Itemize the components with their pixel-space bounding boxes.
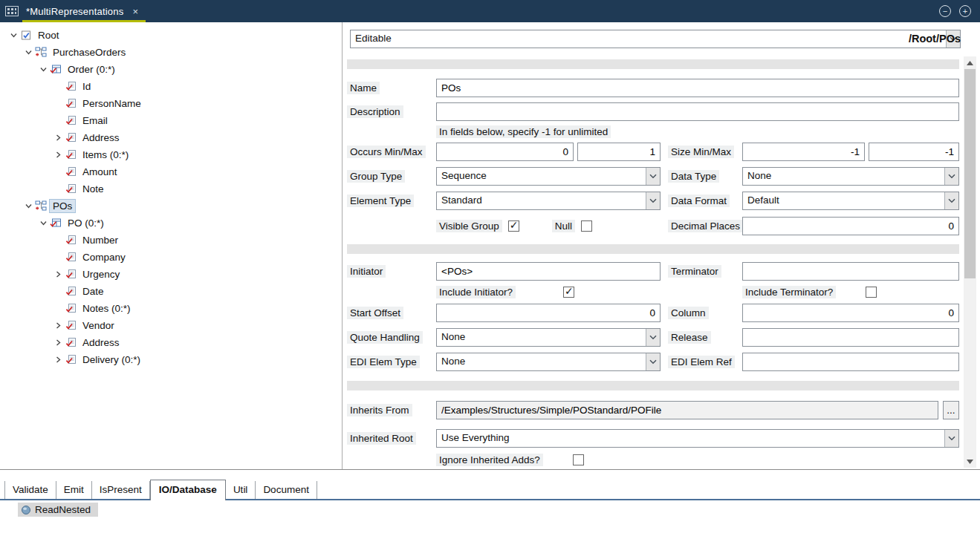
expanded-arrow-icon[interactable] [37,218,49,229]
quote-handling-select[interactable]: None [436,328,661,347]
tree-item-address[interactable]: Address [0,334,342,351]
tree-indent [52,81,64,93]
null-checkbox[interactable] [581,220,592,232]
titlebar: *MultiRepresentations × − + [0,0,980,22]
tab-validate[interactable]: Validate [4,481,56,499]
collapsed-arrow-icon[interactable] [52,269,64,281]
group-type-select[interactable]: Sequence [436,167,661,186]
field-icon [64,303,77,315]
occurs-max-input[interactable] [577,143,661,161]
tree-item-items-0[interactable]: Items (0:*) [0,146,342,163]
ignore-inherited-checkbox[interactable] [573,454,584,465]
element-type-select[interactable]: Standard [436,192,661,210]
tree-item-id[interactable]: Id [0,78,342,95]
tab-document[interactable]: Document [256,481,317,499]
include-terminator-checkbox[interactable] [866,287,877,298]
ignore-inherited-label: Ignore Inherited Adds? [436,454,543,466]
tree-item-date[interactable]: Date [0,283,342,300]
form-header: Editable /Root/POs [350,30,961,52]
field-icon [64,252,77,264]
field-icon [64,354,77,366]
release-input[interactable] [742,328,959,347]
tree-item-notes-0[interactable]: Notes (0:*) [0,300,342,317]
tree-item-delivery-0[interactable]: Delivery (0:*) [0,351,342,368]
field-icon [64,235,77,246]
collapsed-arrow-icon[interactable] [52,132,64,144]
initiator-input[interactable] [436,262,661,281]
tree-item-address[interactable]: Address [0,129,342,146]
tab-io-database[interactable]: IO/Database [150,480,226,500]
tree-item-amount[interactable]: Amount [0,163,342,180]
quote-handling-row: Quote Handling None Release [347,328,959,347]
tree-item-note[interactable]: Note [0,180,342,197]
tab-ispresent[interactable]: IsPresent [92,481,150,499]
tree-item-order-0[interactable]: Order (0:*) [0,61,342,78]
field-icon [64,115,77,127]
visible-group-checkbox[interactable] [508,220,519,232]
tree-item-company[interactable]: Company [0,249,342,266]
scroll-up-button[interactable] [964,56,976,69]
inherits-from-input[interactable] [436,401,938,419]
decimal-places-input[interactable] [742,217,959,235]
expanded-arrow-icon[interactable] [37,64,49,76]
tree-item-personname[interactable]: PersonName [0,95,342,112]
name-input[interactable] [436,79,959,97]
tab-util[interactable]: Util [226,481,256,499]
method-readnested[interactable]: ReadNested [18,503,98,517]
column-input[interactable] [742,304,959,322]
scrollbar-thumb[interactable] [964,69,976,278]
browse-button[interactable]: ... [943,401,959,419]
terminator-input[interactable] [742,262,959,281]
scroll-down-button[interactable] [964,455,976,468]
tree-item-root[interactable]: Root [0,27,342,44]
tab-emit[interactable]: Emit [56,481,92,499]
scrollbar-track[interactable] [964,69,976,455]
inherited-root-label: Inherited Root [347,432,416,445]
section-separator [347,59,959,69]
tree-item-po-0[interactable]: PO (0:*) [0,215,342,232]
expanded-arrow-icon[interactable] [7,30,19,42]
edi-elem-type-select[interactable]: None [436,353,661,371]
bottom-tabstrip: ValidateEmitIsPresentIO/DatabaseUtilDocu… [0,471,980,499]
tree-item-label: PO (0:*) [65,217,107,229]
description-input[interactable] [436,102,959,121]
tree-item-number[interactable]: Number [0,232,342,249]
data-format-select[interactable]: Default [742,192,959,210]
size-max-input[interactable] [869,143,959,161]
tree-item-vendor[interactable]: Vendor [0,317,342,334]
field-icon [64,166,77,178]
chevron-down-icon [944,192,958,209]
tree-item-purchaseorders[interactable]: PurchaseOrders [0,44,342,61]
collapsed-arrow-icon[interactable] [52,320,64,332]
include-initiator-checkbox[interactable] [563,287,574,298]
structure-icon [34,200,48,212]
edi-elem-ref-input[interactable] [742,353,959,371]
tree-item-urgency[interactable]: Urgency [0,266,342,283]
tabstrip-border [0,499,980,500]
tree-indent [52,166,64,178]
expanded-arrow-icon[interactable] [22,47,34,59]
tree-item-email[interactable]: Email [0,112,342,129]
tree-item-pos[interactable]: POs [0,197,342,215]
start-offset-input[interactable] [436,304,661,322]
tab-close-icon[interactable]: × [132,6,138,17]
maximize-button[interactable]: + [959,5,971,17]
size-min-input[interactable] [742,143,865,161]
collapsed-arrow-icon[interactable] [52,149,64,161]
unlimited-note: In fields below, specify -1 for unlimite… [436,125,611,138]
collapsed-arrow-icon[interactable] [52,354,64,366]
inherited-root-select[interactable]: Use Everything [436,429,959,448]
expanded-arrow-icon[interactable] [22,200,34,212]
inherits-from-label: Inherits From [347,404,412,416]
method-label: ReadNested [35,504,91,515]
occurs-min-input[interactable] [436,143,574,161]
data-type-select[interactable]: None [742,167,959,186]
collapsed-arrow-icon[interactable] [52,337,64,349]
document-tab[interactable]: *MultiRepresentations × [22,0,146,22]
form-scrollbar[interactable] [964,56,976,468]
minimize-button[interactable]: − [939,5,951,17]
properties-panel: Editable /Root/POs Name Description [343,22,980,469]
tree-item-label: Delivery (0:*) [79,353,143,366]
edit-mode-select[interactable]: Editable [350,30,961,48]
bottom-tabs: ValidateEmitIsPresentIO/DatabaseUtilDocu… [4,480,317,499]
